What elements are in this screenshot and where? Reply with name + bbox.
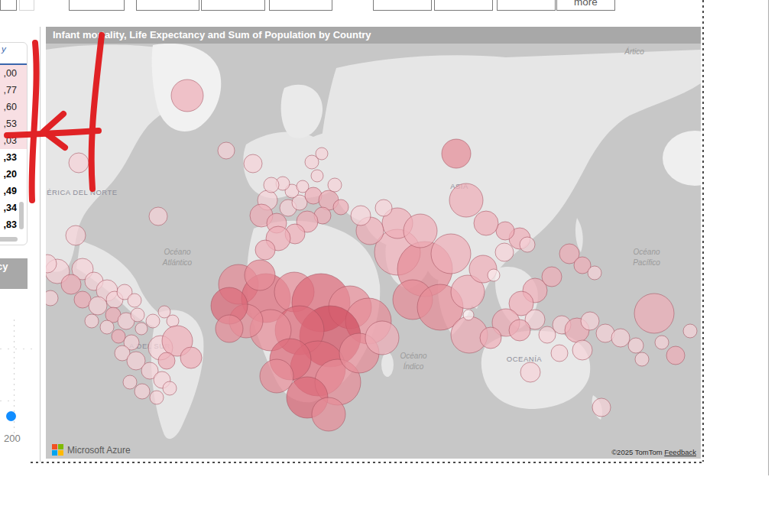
azure-attribution: Microsoft Azure	[52, 444, 131, 456]
map-bubble[interactable]	[311, 170, 323, 182]
map-bubble[interactable]	[112, 329, 125, 343]
table-row[interactable]: ,60	[0, 99, 27, 115]
map-label: Océano	[400, 352, 426, 360]
map-bubble[interactable]	[146, 314, 160, 328]
map-bubble[interactable]	[333, 200, 348, 215]
map-bubble[interactable]	[509, 320, 530, 341]
map-canvas[interactable]: ÁrticoIÉRICA DEL NORTEASIAOcéanoAtlántic…	[46, 44, 701, 459]
map-bubble[interactable]	[592, 398, 611, 417]
feedback-link[interactable]: Feedback	[664, 448, 696, 456]
map-bubble[interactable]	[180, 347, 202, 368]
left-visual-title-fragment: ncy	[0, 258, 28, 289]
table-vertical-scrollbar[interactable]	[19, 202, 24, 229]
map-bubble[interactable]	[158, 352, 175, 369]
table-row[interactable]: ,03	[0, 132, 27, 149]
selection-border-bottom	[31, 462, 704, 463]
map-bubble[interactable]	[581, 312, 599, 330]
map-bubble[interactable]	[128, 294, 141, 307]
map-bubble[interactable]	[66, 225, 86, 245]
map-bubble[interactable]	[442, 139, 471, 168]
map-bubble[interactable]	[245, 260, 275, 290]
table-row[interactable]: ,49	[0, 183, 27, 200]
map-bubble[interactable]	[123, 375, 137, 389]
map-bubble[interactable]	[61, 274, 81, 294]
map-bubble[interactable]	[135, 323, 147, 335]
scatter-point[interactable]	[6, 411, 16, 421]
toolbar-button[interactable]	[497, 0, 556, 11]
map-bubble[interactable]	[375, 200, 392, 216]
map-bubble[interactable]	[431, 234, 471, 274]
map-bubble[interactable]	[634, 294, 674, 333]
map-bubble[interactable]	[149, 207, 167, 225]
map-copyright: ©2025 TomTom Feedback	[611, 448, 696, 456]
map-label: IÉRICA DEL NORTE	[46, 188, 118, 196]
map-bubble[interactable]	[666, 346, 685, 365]
map-bubble[interactable]	[655, 336, 669, 349]
toolbar-button[interactable]	[19, 0, 34, 11]
toolbar-button[interactable]	[434, 0, 493, 11]
map-bubble[interactable]	[171, 79, 203, 112]
map-bubble[interactable]	[474, 211, 498, 235]
map-bubble[interactable]	[135, 384, 150, 399]
map-label: Índico	[404, 362, 424, 371]
map-bubble[interactable]	[100, 320, 114, 334]
toolbar-button-more[interactable]: more	[556, 0, 615, 11]
map-bubble[interactable]	[244, 154, 262, 173]
title-fragment-text: ncy	[0, 261, 8, 272]
table-row[interactable]: ,77	[0, 82, 27, 99]
map-bubble[interactable]	[495, 243, 514, 261]
map-bubble[interactable]	[216, 315, 243, 342]
map-bubble[interactable]	[89, 297, 107, 315]
toolbar-button[interactable]	[136, 0, 199, 11]
left-table-visual: y ,00,77,60,53,03,33,20,49,34,83	[0, 42, 28, 245]
azure-label: Microsoft Azure	[67, 445, 131, 456]
map-bubble[interactable]	[46, 290, 58, 306]
toolbar-button[interactable]	[69, 0, 125, 11]
table-column-header: y	[0, 43, 27, 65]
map-bubble[interactable]	[328, 178, 342, 192]
table-horizontal-scrollbar[interactable]	[0, 237, 18, 242]
map-bubble[interactable]	[150, 391, 164, 404]
map-bubble[interactable]	[69, 153, 89, 173]
table-row[interactable]: ,33	[0, 149, 27, 166]
map-bubble[interactable]	[316, 148, 328, 160]
map-bubble[interactable]	[520, 237, 535, 252]
map-bubble[interactable]	[588, 266, 601, 280]
map-bubble[interactable]	[85, 314, 99, 328]
map-bubble[interactable]	[628, 338, 643, 353]
map-bubble[interactable]	[312, 397, 345, 431]
map-bubble[interactable]	[260, 359, 293, 393]
map-bubble[interactable]	[551, 345, 568, 362]
map-bubble[interactable]	[488, 269, 500, 281]
map-bubble[interactable]	[635, 352, 649, 366]
table-row[interactable]: ,00	[0, 65, 27, 82]
map-label: OCEANÍA	[507, 355, 542, 363]
map-bubble[interactable]	[163, 381, 177, 395]
map-bubble[interactable]	[264, 177, 279, 193]
toolbar-button[interactable]	[373, 0, 432, 11]
map-bubble[interactable]	[131, 308, 144, 322]
table-row[interactable]: ,53	[0, 115, 27, 132]
map-bubble[interactable]	[463, 310, 474, 320]
toolbar-button[interactable]	[269, 0, 332, 11]
map-bubble[interactable]	[496, 222, 514, 240]
map-title: Infant mortality, Life Expectancy and Su…	[46, 27, 701, 44]
map-bubble[interactable]	[404, 214, 437, 248]
selection-border-right	[702, 0, 704, 463]
toolbar-button[interactable]	[201, 0, 265, 11]
map-bubble[interactable]	[611, 329, 630, 347]
map-bubble[interactable]	[255, 240, 275, 260]
map-bubble[interactable]	[480, 327, 501, 349]
map-bubble[interactable]	[449, 183, 483, 217]
map-bubble[interactable]	[542, 267, 562, 287]
map-bubble[interactable]	[365, 321, 399, 355]
map-bubble[interactable]	[683, 324, 697, 338]
map-visual[interactable]: Infant mortality, Life Expectancy and Su…	[46, 27, 701, 459]
map-bubble[interactable]	[572, 340, 592, 360]
map-bubble[interactable]	[218, 142, 235, 159]
scatter-gridline-horizontal	[0, 349, 38, 349]
map-bubble[interactable]	[351, 206, 371, 225]
toolbar-button[interactable]	[0, 0, 17, 11]
map-bubble[interactable]	[520, 362, 540, 382]
table-row[interactable]: ,20	[0, 166, 27, 183]
